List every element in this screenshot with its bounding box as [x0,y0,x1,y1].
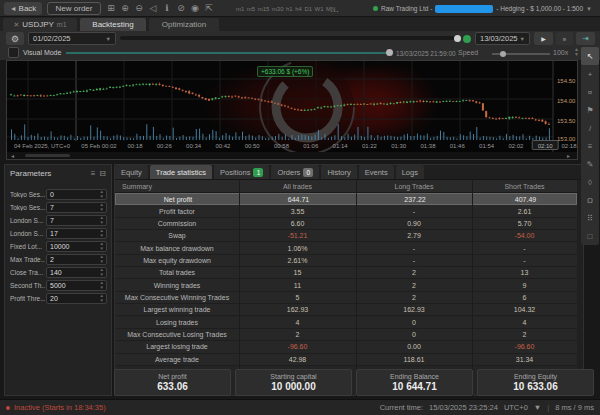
timeframe-m30[interactable]: m30 [272,6,284,12]
timeframe-D1[interactable]: D1 [304,6,312,12]
stats-tab-logs[interactable]: Logs [396,165,424,179]
spinner-icon[interactable]: ▲▼ [100,255,106,264]
progress-track[interactable] [120,36,455,40]
cursor-icon[interactable]: ↖ [581,47,599,65]
list-icon[interactable]: ≡ [91,169,96,178]
skip-button[interactable]: ⇥ [576,32,595,45]
zoom-out-icon[interactable]: ⊖ [134,2,144,15]
megaphone-icon[interactable]: ◁ [148,2,158,15]
timeframe-m15[interactable]: m15 [258,6,270,12]
param-input[interactable]: 7▲▼ [46,215,107,226]
spinner-icon[interactable]: ▲▼ [100,294,106,303]
table-row[interactable]: Swap-51.212.79-54.00 [115,230,577,242]
stop-button[interactable]: ■ [556,32,573,45]
param-input[interactable]: 10000▲▼ [46,241,107,252]
notification-icon[interactable]: ℹ [162,2,172,15]
timezone-caret-icon[interactable]: ▼ [534,403,541,412]
timeline-track[interactable] [66,52,386,54]
spinner-icon[interactable]: ▲▼ [100,281,106,290]
row-value: 13 [472,269,577,276]
tab-backtesting[interactable]: Backtesting [80,18,146,31]
flag-icon[interactable]: ⚑ [581,101,599,119]
table-row[interactable]: Largest losing trade-96.600.00-96.60 [115,341,577,353]
tab-chart-usdjpy[interactable]: ✕ USDJPY m1 [3,18,77,31]
status-inactive-label: Inactive (Starts in 18:34:35) [14,403,106,412]
magnet-icon[interactable]: Ω [581,191,599,209]
spinner-icon[interactable]: ▲▼ [100,216,106,225]
table-row[interactable]: Total trades15213 [115,267,577,279]
timeframe-W1[interactable]: W1 [315,6,324,12]
table-row[interactable]: Losing trades404 [115,317,577,329]
progress-handle[interactable] [454,35,461,42]
start-date-select[interactable]: 01/02/2025▼ [28,32,116,45]
new-order-button[interactable]: New order [47,2,101,15]
eye-icon[interactable]: ◉ [190,2,200,15]
zoom-in-icon[interactable]: ⊕ [120,2,130,15]
timeline-handle[interactable] [386,49,393,56]
channel-icon[interactable]: ≡ [581,137,599,155]
table-row[interactable]: Largest winning trade162.93162.93104.32 [115,304,577,316]
stats-tab-history[interactable]: History [321,165,356,179]
tab-optimization[interactable]: Optimization [149,18,219,31]
param-input[interactable]: 140▲▼ [46,267,107,278]
param-input[interactable]: 5000▲▼ [46,280,107,291]
table-row[interactable]: Average trade42.98118.6131.34 [115,354,577,366]
table-row[interactable]: Commission6.600.905.70 [115,218,577,230]
column-header[interactable]: Short Trades [472,183,577,190]
column-header[interactable]: All trades [239,183,356,190]
chart-window-icon[interactable]: ⊞ [106,2,116,15]
line-icon[interactable]: / [581,119,599,137]
crosshair-icon[interactable]: + [581,65,599,83]
speed-spinner[interactable]: ▲▼ [574,47,579,57]
back-button[interactable]: ◄Back [4,2,42,15]
stats-tab-equity[interactable]: Equity [115,165,148,179]
svg-text:01:30: 01:30 [391,143,407,149]
timeframe-m1[interactable]: m1 [236,6,244,12]
spinner-icon[interactable]: ▲▼ [100,203,106,212]
parameters-panel-icons[interactable]: ≡⊟ [91,169,106,178]
timeframe-m5[interactable]: m5 [247,6,255,12]
grid-icon[interactable]: ⠿ [581,209,599,227]
table-row[interactable]: Max balance drawdown1.06%-- [115,242,577,254]
play-button[interactable]: ▶ [534,32,553,45]
more-icon[interactable]: … [330,2,339,15]
column-header[interactable]: Long Trades [356,183,472,190]
table-row[interactable]: Profit factor3.55-2.61 [115,205,577,217]
column-header[interactable]: Summary [122,183,152,190]
chart-panel[interactable]: 154.50154.00153.50153.0004 Feb 2025, UTC… [6,60,578,160]
trend-icon[interactable]: ¤ [581,83,599,101]
panel-icon[interactable]: ⊟ [99,169,106,178]
table-row[interactable]: Winning trades1129 [115,279,577,291]
stats-tab-orders[interactable]: Orders0 [271,165,319,179]
param-input[interactable]: 7▲▼ [46,202,107,213]
brush-icon[interactable]: ◊ [581,173,599,191]
table-row[interactable]: Max equity drawdown2.61%-- [115,255,577,267]
stats-tab-trade-statistics[interactable]: Trade statistics [150,165,212,179]
table-row[interactable]: Max Consecutive Winning Trades526 [115,292,577,304]
spinner-icon[interactable]: ▲▼ [100,190,106,199]
spinner-icon[interactable]: ▲▼ [100,268,106,277]
param-input[interactable]: 17▲▼ [46,228,107,239]
timezone-value[interactable]: UTC+0 [504,403,528,412]
crosshair-cursor-icon[interactable]: ⇱ [204,2,214,15]
pencil-icon[interactable]: ✎ [581,155,599,173]
timeframe-h1[interactable]: h1 [286,6,293,12]
settings-button[interactable]: ⚙ [6,32,24,45]
spinner-icon[interactable]: ▲▼ [100,229,106,238]
stats-tab-positions[interactable]: Positions1 [214,165,269,179]
param-input[interactable]: 2▲▼ [46,254,107,265]
close-tab-icon[interactable]: ✕ [13,21,19,29]
stats-tab-events[interactable]: Events [359,165,394,179]
table-row[interactable]: Net profit644.71237.22407.49 [115,193,577,205]
spinner-icon[interactable]: ▲▼ [100,242,106,251]
speed-slider-handle[interactable] [500,51,506,57]
end-date-select[interactable]: 13/03/2025▼ [475,32,530,45]
rectangle-icon[interactable]: □ [581,227,599,245]
table-row[interactable]: Max Consecutive Losing Trades202 [115,329,577,341]
param-input[interactable]: 0▲▼ [46,189,107,200]
disable-icon[interactable]: ⊘ [176,2,186,15]
timeframe-h4[interactable]: h4 [295,6,302,12]
param-input[interactable]: 20▲▼ [46,293,107,304]
visual-mode-checkbox[interactable] [8,47,19,58]
account-selector[interactable]: Raw Trading Ltd - - Hedging - $ 1,000.00… [373,2,592,15]
